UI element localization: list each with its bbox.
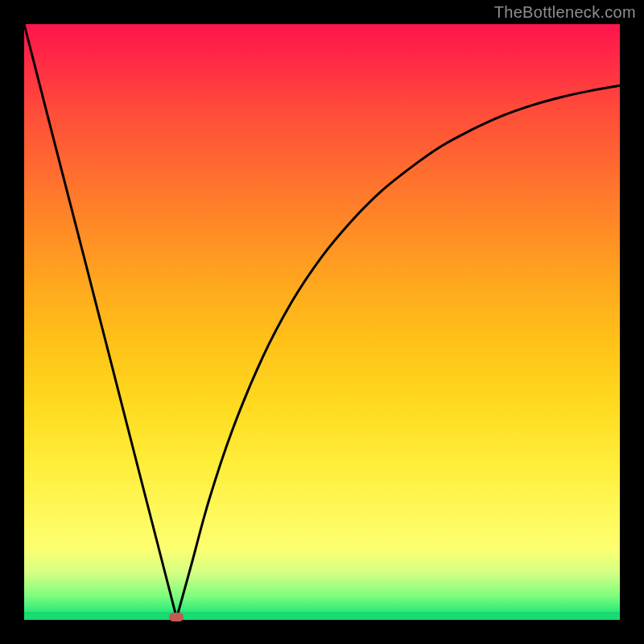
watermark-text: TheBottleneck.com (494, 3, 636, 22)
optimum-marker (169, 613, 184, 621)
curve-right-branch (176, 85, 620, 618)
curve-layer (24, 24, 620, 620)
curve-left-branch (24, 24, 176, 618)
chart-frame: TheBottleneck.com (0, 0, 644, 644)
plot-area (24, 24, 620, 620)
